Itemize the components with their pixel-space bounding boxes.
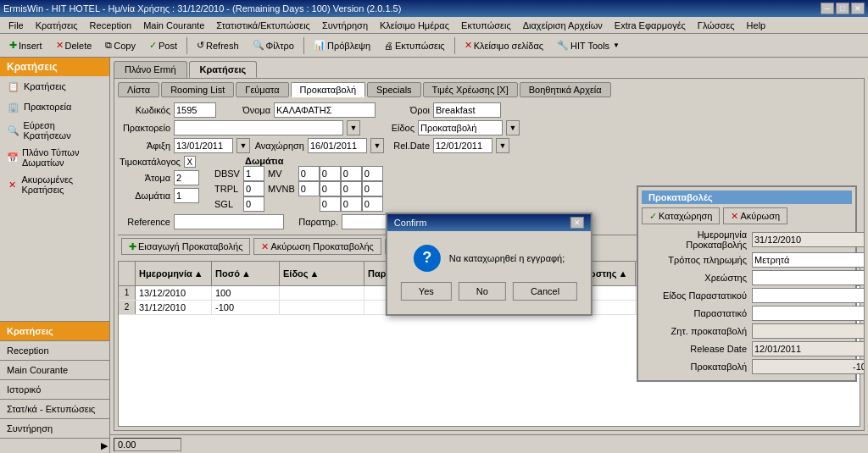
dialog-title: Confirm [394, 218, 427, 228]
sidebar-item-praktoreia[interactable]: 🏢 Πρακτορεία [0, 97, 109, 117]
akyrwmenes-icon: ✕ [7, 178, 18, 191]
inner-tab-gevmata[interactable]: Γεύματα [236, 82, 288, 97]
sidebar-item-kratiseis[interactable]: 📋 Κρατήσεις [0, 76, 109, 97]
delete-btn[interactable]: ✕ Delete [50, 36, 98, 55]
copy-icon: ⧉ [105, 40, 112, 51]
inner-tab-prokatavolh[interactable]: Προκαταβολή [291, 82, 365, 97]
evresi-icon: 🔍 [7, 124, 19, 137]
menu-languages[interactable]: Γλώσσες [693, 19, 740, 32]
nav-kratiseis[interactable]: Κρατήσεις [0, 322, 109, 341]
ektyposeis-btn[interactable]: 🖨 Εκτυπώσεις [378, 36, 451, 55]
menu-syntirisi[interactable]: Συντήρηση [317, 19, 373, 32]
toolbar-sep3 [454, 37, 455, 54]
restore-btn[interactable]: □ [836, 3, 849, 14]
menu-closeday[interactable]: Κλείσιμο Ημέρας [375, 19, 454, 32]
copy-btn[interactable]: ⧉ Copy [99, 36, 142, 55]
nav-syntirisi[interactable]: Συντήρηση [0, 419, 109, 439]
dialog-content: ? Να καταχωρηθεί η εγγραφή; [414, 245, 565, 272]
close-page-btn[interactable]: ✕ Κλείσιμο σελίδας [459, 36, 549, 55]
toolbar-sep2 [303, 37, 304, 54]
content-area: Πλάνο Εrmή Κρατήσεις Λίστα Rooming List … [110, 58, 868, 453]
close-btn[interactable]: ✕ [851, 3, 865, 14]
form-container: Κωδικός Όνομα Όροι Πρακτορείο ▼ Είδος [118, 101, 860, 427]
dialog-body: ? Να καταχωρηθεί η εγγραφή; Yes No Cance… [387, 231, 591, 314]
sidebar-header: Κρατήσεις [0, 58, 109, 76]
dialog-buttons: Yes No Cancel [401, 282, 577, 301]
inner-tab-lista[interactable]: Λίστα [118, 82, 159, 97]
kratiseis-icon: 📋 [7, 80, 20, 93]
inner-tab-rooming[interactable]: Rooming List [161, 82, 234, 97]
hit-tools-icon: 🔧 [557, 40, 569, 51]
dialog-message: Να καταχωρηθεί η εγγραφή; [449, 253, 565, 263]
minimize-btn[interactable]: ─ [821, 3, 834, 14]
post-icon: ✓ [149, 40, 157, 51]
modal-overlay: Confirm ✕ ? Να καταχωρηθεί η εγγραφή; Ye… [118, 101, 860, 427]
filter-btn[interactable]: 🔍 Φίλτρο [247, 36, 300, 55]
nav-istoriko[interactable]: Ιστορικό [0, 380, 109, 400]
toolbar-sep1 [186, 37, 187, 54]
inner-tab-voithitika[interactable]: Βοηθητικά Αρχεία [520, 82, 611, 97]
sidebar: Κρατήσεις 📋 Κρατήσεις 🏢 Πρακτορεία 🔍 Εύρ… [0, 58, 110, 453]
tab-plano-ermi[interactable]: Πλάνο Εrmή [114, 61, 187, 78]
status-value: 0.00 [114, 438, 181, 451]
refresh-btn[interactable]: ↺ Refresh [191, 36, 245, 55]
nav-maincourante[interactable]: Main Courante [0, 361, 109, 380]
sidebar-item-akyrwmenes[interactable]: ✕ Ακυρωμένες Κρατήσεις [0, 171, 109, 198]
sidebar-item-evresi[interactable]: 🔍 Εύρεση Κρατήσεων [0, 117, 109, 144]
nav-reception[interactable]: Reception [0, 341, 109, 361]
hit-tools-btn[interactable]: 🔧 HIT Tools ▼ [551, 36, 626, 55]
post-btn[interactable]: ✓ Post [143, 36, 183, 55]
sidebar-item-plano[interactable]: 📅 Πλάνο Τύπων Δωματίων [0, 144, 109, 171]
menu-help[interactable]: Help [742, 19, 771, 32]
title-bar: ErmisWin - HIT HOTEL - Ημ/νία Χρήσης : 3… [0, 0, 868, 17]
plano-icon: 📅 [7, 151, 19, 164]
window-controls: ─ □ ✕ [821, 3, 865, 14]
inner-tab-times[interactable]: Τιμές Χρέωσης [X] [423, 82, 518, 97]
menu-kratiseis[interactable]: Κρατήσεις [31, 19, 83, 32]
menu-print[interactable]: Εκτυπώσεις [456, 19, 516, 32]
status-bar: 0.00 [110, 434, 868, 453]
provlepsi-icon: 📊 [314, 40, 326, 51]
expand-nav-icon[interactable]: ▶ [101, 440, 108, 451]
praktoreia-icon: 🏢 [7, 100, 20, 113]
dialog-question-icon: ? [414, 245, 441, 272]
app-title: ErmisWin - HIT HOTEL - Ημ/νία Χρήσης : 3… [3, 3, 401, 14]
filter-icon: 🔍 [253, 40, 264, 51]
main-layout: Κρατήσεις 📋 Κρατήσεις 🏢 Πρακτορεία 🔍 Εύρ… [0, 58, 868, 453]
nav-buttons: Κρατήσεις Reception Main Courante Ιστορι… [0, 321, 109, 453]
menu-bar: File Κρατήσεις Reception Main Courante Σ… [0, 17, 868, 34]
menu-file[interactable]: File [3, 19, 29, 32]
menu-stats[interactable]: Στατιστικά/Εκτυπώσεις [211, 19, 315, 32]
close-page-icon: ✕ [465, 40, 472, 51]
top-tabs: Πλάνο Εrmή Κρατήσεις [110, 58, 868, 78]
menu-files[interactable]: Διαχείριση Αρχείων [518, 19, 608, 32]
insert-icon: ✚ [9, 40, 17, 51]
toolbar: ✚ Insert ✕ Delete ⧉ Copy ✓ Post ↺ Refres… [0, 34, 868, 58]
dialog-close-btn[interactable]: ✕ [570, 217, 584, 229]
print-icon: 🖨 [384, 41, 393, 51]
delete-icon: ✕ [56, 40, 64, 51]
inner-tab-specials[interactable]: Specials [367, 82, 421, 97]
confirm-dialog: Confirm ✕ ? Να καταχωρηθεί η εγγραφή; Ye… [386, 213, 593, 316]
inner-tabs: Λίστα Rooming List Γεύματα Προκαταβολή S… [118, 82, 860, 97]
hit-tools-arrow: ▼ [613, 41, 620, 49]
main-panel: Λίστα Rooming List Γεύματα Προκαταβολή S… [114, 78, 865, 431]
dialog-title-bar: Confirm ✕ [387, 214, 591, 231]
menu-maincourante[interactable]: Main Courante [138, 19, 209, 32]
tab-kratiseis[interactable]: Κρατήσεις [189, 61, 258, 78]
menu-reception[interactable]: Reception [85, 19, 137, 32]
dialog-yes-btn[interactable]: Yes [401, 282, 452, 301]
menu-extra[interactable]: Extra Εφαρμογές [609, 19, 691, 32]
provlepsi-btn[interactable]: 📊 Πρόβλεψη [308, 36, 376, 55]
dialog-no-btn[interactable]: No [459, 282, 506, 301]
dialog-cancel-btn[interactable]: Cancel [513, 282, 577, 301]
refresh-icon: ↺ [197, 40, 204, 51]
nav-stats[interactable]: Στατ/κά - Εκτυπώσεις [0, 400, 109, 419]
insert-btn[interactable]: ✚ Insert [3, 36, 48, 55]
